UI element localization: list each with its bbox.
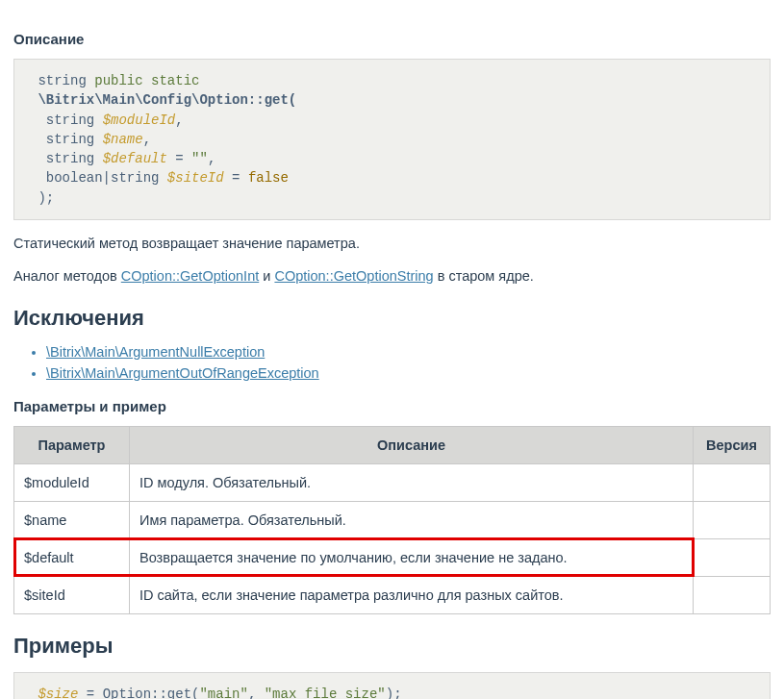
ex-comma: , [248, 687, 265, 699]
table-header-row: Параметр Описание Версия [14, 426, 771, 463]
sig-p2-type: string [46, 132, 94, 147]
sig-eq: = [175, 151, 183, 166]
text: Аналог методов [13, 268, 121, 284]
text: в старом ядре. [434, 268, 534, 284]
param-version-cell [694, 463, 771, 501]
th-desc: Описание [130, 426, 694, 463]
sig-eq: = [232, 170, 240, 186]
link-argumentoutofrange[interactable]: \Bitrix\Main\ArgumentOutOfRangeException [46, 365, 319, 381]
sig-p4-default: false [248, 170, 289, 186]
sig-p2-name: $name [103, 132, 143, 147]
sig-p1-name: $moduleId [103, 112, 176, 128]
description-paragraph-1: Статический метод возвращает значение па… [13, 234, 771, 253]
ex-var: $size [38, 687, 78, 699]
sig-p3-name: $default [103, 151, 167, 166]
param-version-cell [694, 538, 771, 576]
sig-comma: , [175, 112, 183, 128]
sig-p1-type: string [46, 112, 94, 128]
link-coption-getoptionint[interactable]: COption::GetOptionInt [121, 268, 259, 284]
heading-description: Описание [13, 31, 771, 47]
sig-p4-type: boolean|string [46, 170, 160, 186]
heading-exceptions: Исключения [13, 306, 771, 331]
ex-call: Option::get [103, 687, 191, 699]
link-argumentnull[interactable]: \Bitrix\Main\ArgumentNullException [46, 344, 265, 360]
example-code-block: $size = Option::get("main", "max_file_si… [13, 672, 771, 699]
sig-p3-default: "" [191, 151, 208, 166]
exception-item: \Bitrix\Main\ArgumentOutOfRangeException [46, 365, 771, 381]
link-coption-getoptionstring[interactable]: COption::GetOptionString [274, 268, 433, 284]
param-name-cell: $name [14, 501, 130, 538]
th-param: Параметр [14, 426, 130, 463]
sig-ret-type: string [38, 73, 86, 88]
signature-code-block: string public static \Bitrix\Main\Config… [13, 59, 771, 220]
table-row: $siteIdID сайта, если значение параметра… [14, 576, 771, 613]
th-version: Версия [694, 426, 771, 463]
sig-close: ); [38, 190, 54, 206]
sig-p3-type: string [46, 151, 94, 166]
description-paragraph-2: Аналог методов COption::GetOptionInt и C… [13, 266, 771, 286]
exception-item: \Bitrix\Main\ArgumentNullException [46, 344, 771, 360]
exceptions-list: \Bitrix\Main\ArgumentNullException \Bitr… [13, 344, 771, 381]
param-version-cell [694, 501, 771, 538]
heading-examples: Примеры [13, 634, 771, 659]
ex-arg1: "main" [199, 687, 247, 699]
sig-comma: , [143, 132, 151, 147]
param-name-cell: $moduleId [14, 463, 130, 501]
table-row: $defaultВозвращается значение по умолчан… [14, 538, 771, 576]
table-row: $nameИмя параметра. Обязательный. [14, 501, 771, 538]
param-desc-cell: ID модуля. Обязательный. [130, 463, 694, 501]
ex-eq: = [78, 687, 102, 699]
params-table: Параметр Описание Версия $moduleIdID мод… [13, 426, 771, 614]
ex-arg2: "max_file_size" [265, 687, 386, 699]
param-desc-cell: Имя параметра. Обязательный. [130, 501, 694, 538]
param-name-cell: $default [14, 538, 130, 576]
param-version-cell [694, 576, 771, 613]
sig-p4-name: $siteId [167, 170, 224, 186]
table-row: $moduleIdID модуля. Обязательный. [14, 463, 771, 501]
ex-close: ); [386, 687, 402, 699]
param-desc-cell: ID сайта, если значение параметра различ… [130, 576, 694, 613]
text: и [259, 268, 274, 284]
param-desc-cell: Возвращается значение по умолчанию, если… [130, 538, 694, 576]
sig-comma: , [208, 151, 215, 166]
sig-method: \Bitrix\Main\Config\Option::get( [38, 92, 296, 108]
param-name-cell: $siteId [14, 576, 130, 613]
params-table-wrap: Параметр Описание Версия $moduleIdID мод… [13, 426, 771, 614]
sig-mods: public static [94, 73, 199, 88]
heading-params: Параметры и пример [13, 398, 771, 414]
